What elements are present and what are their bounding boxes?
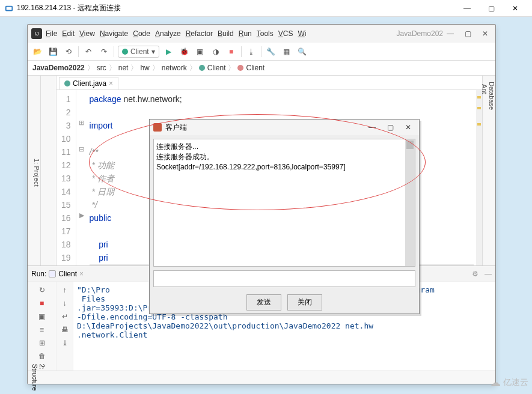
bc-project[interactable]: JavaDemo2022 [32,64,85,72]
profiler-icon[interactable]: ◑ [210,46,222,58]
rdp-title: 192.168.214.213 - 远程桌面连接 [17,3,121,13]
up-icon[interactable]: ↑ [60,285,70,295]
minimize-button[interactable]: — [455,0,479,17]
run-label: Run: [31,270,46,278]
dialog-maximize-button[interactable]: ▢ [383,123,397,132]
run-hide-icon[interactable]: — [485,270,492,278]
filters-icon[interactable]: ⊞ [37,338,47,348]
debug-icon[interactable]: 🐞 [179,46,191,58]
menu-file[interactable]: File [46,29,57,38]
watermark-text: 亿速云 [503,377,528,388]
trash-icon[interactable]: 🗑 [37,351,47,361]
marker-strip [476,90,482,265]
bottom-strip: 2: Structure [28,371,495,384]
stop-run-icon[interactable]: ■ [37,299,47,308]
cloud-icon: ☁ [490,376,501,389]
menu-run[interactable]: Run [239,29,252,38]
layout-icon[interactable]: ≡ [37,325,47,335]
bc-net[interactable]: net [118,64,129,72]
dialog-input[interactable] [153,270,415,287]
menu-refactor[interactable]: Refactor [186,29,213,38]
save-icon[interactable]: 💾 [47,46,59,58]
bc-network[interactable]: network [162,64,187,72]
menu-navigate[interactable]: Navigate [100,29,128,38]
search-icon[interactable]: 🔍 [296,46,308,58]
java-icon [153,123,162,132]
dialog-minimize-button[interactable]: — [365,123,379,132]
fold-gutter: ⊞⊟▶ [76,90,87,265]
bc-class[interactable]: Client [207,64,226,72]
coverage-icon[interactable]: ▣ [194,46,206,58]
dialog-text-content: 连接服务器... 连接服务器成功。 Socket[addr=/192.168.1… [156,142,412,172]
stop-icon[interactable]: ■ [225,46,237,58]
structure-icon[interactable]: ▦ [281,46,293,58]
run-config-icon [122,49,128,55]
dialog-title: 客户端 [165,123,187,133]
menu-edit[interactable]: Edit [62,29,75,38]
sidebar-right: Database Ant [482,76,495,265]
class-icon [199,65,205,71]
menu-code[interactable]: Code [133,29,150,38]
sidebar-database-tab[interactable]: Database [488,79,495,265]
chevron-down-icon: ▾ [151,47,155,56]
method-icon [237,65,243,71]
camera-icon[interactable]: ▣ [37,312,47,321]
menu-window[interactable]: Wi [298,29,306,38]
run-config-selector[interactable]: Client ▾ [118,46,159,58]
tab-label: Client.java [73,79,106,88]
run-title: Client [58,270,77,278]
editor-tab-client[interactable]: Client.java × [59,77,118,89]
sidebar-project-tab[interactable]: 1: Project [28,76,41,265]
intellij-icon: IJ [31,28,42,39]
tab-close-icon[interactable]: × [109,79,113,88]
breadcrumb: JavaDemo2022〉 src〉 net〉 hw〉 network〉 Cli… [28,61,495,76]
print-icon[interactable]: 🖶 [60,325,70,335]
refresh-icon[interactable]: ⟲ [63,46,75,58]
run-config-name: Client [130,47,149,56]
close-dialog-button[interactable]: 关闭 [287,294,322,311]
menu-view[interactable]: View [79,29,95,38]
undo-icon[interactable]: ↶ [82,46,94,58]
ide-minimize-button[interactable]: — [447,29,454,38]
wrap-icon[interactable]: ↵ [60,312,70,321]
open-icon[interactable]: 📂 [31,46,43,58]
wrench-icon[interactable]: 🔧 [265,46,277,58]
ide-close-button[interactable]: ✕ [482,29,488,38]
close-button[interactable]: ✕ [503,0,527,17]
bc-method[interactable]: Client [246,64,264,72]
redo-icon[interactable]: ↷ [98,46,110,58]
rdp-icon [5,4,13,13]
menu-tools[interactable]: Tools [257,29,274,38]
dialog-close-button[interactable]: ✕ [401,123,415,132]
vcs-icon[interactable]: ⭳ [245,46,257,58]
sidebar-strip [41,76,57,265]
client-dialog: 客户端 — ▢ ✕ 连接服务器... 连接服务器成功。 Socket[addr=… [149,119,420,314]
send-button[interactable]: 发送 [246,294,281,311]
ide-project-title: JavaDemo202 [397,29,443,38]
down-icon[interactable]: ↓ [60,299,70,308]
run-icon[interactable]: ▶ [163,46,175,58]
ide-maximize-button[interactable]: ▢ [465,29,471,38]
scrollbar[interactable] [405,139,415,266]
rdp-titlebar: 192.168.214.213 - 远程桌面连接 — ▢ ✕ [0,0,532,17]
menu-analyze[interactable]: Analyze [155,29,181,38]
maximize-button[interactable]: ▢ [479,0,503,17]
ide-titlebar: IJ File Edit View Navigate Code Analyze … [28,25,495,43]
line-gutter: 123 101112 131415 161718 1920 [57,90,76,265]
dialog-textarea[interactable]: 连接服务器... 连接服务器成功。 Socket[addr=/192.168.1… [153,139,415,267]
gear-icon[interactable]: ⚙ [472,270,478,278]
run-tab-close-icon[interactable]: × [79,270,84,278]
watermark: ☁ 亿速云 [490,376,528,389]
bc-src[interactable]: src [97,64,106,72]
toolbar: 📂 💾 ⟲ ↶ ↷ Client ▾ ▶ 🐞 ▣ ◑ ■ ⭳ 🔧 ▦ 🔍 [28,43,495,61]
class-icon [64,80,70,86]
menu-vcs[interactable]: VCS [278,29,293,38]
svg-rect-1 [7,7,12,10]
ide-menubar: File Edit View Navigate Code Analyze Ref… [46,29,397,38]
menu-build[interactable]: Build [218,29,234,38]
run-type-icon [49,270,56,277]
rerun-icon[interactable]: ↻ [37,285,47,295]
scroll-icon[interactable]: ⤓ [60,338,70,348]
sidebar-structure-tab[interactable]: 2: Structure [30,362,47,393]
bc-hw[interactable]: hw [140,64,149,72]
